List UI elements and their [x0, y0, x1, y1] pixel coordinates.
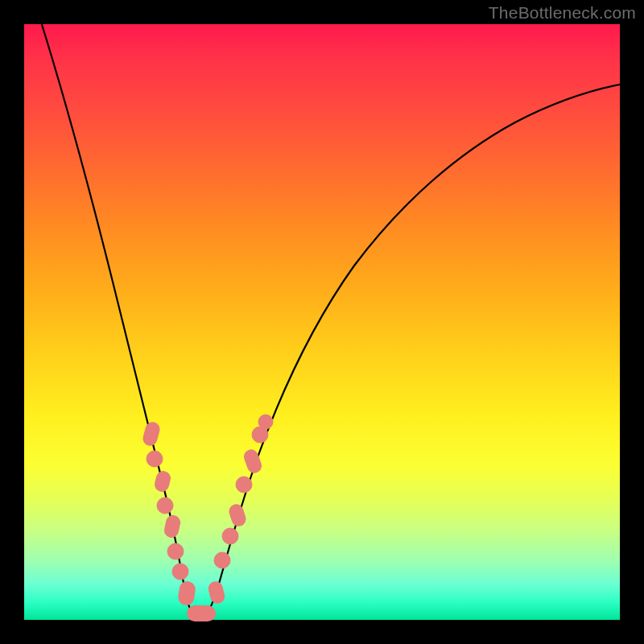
svg-point-16	[258, 415, 273, 429]
watermark-text: TheBottleneck.com	[489, 3, 636, 23]
svg-point-5	[167, 543, 184, 559]
svg-rect-0	[141, 420, 161, 448]
svg-point-6	[172, 564, 188, 580]
svg-point-1	[147, 451, 163, 467]
svg-rect-12	[227, 502, 248, 528]
svg-point-13	[236, 477, 252, 493]
svg-point-3	[157, 497, 173, 514]
svg-rect-7	[177, 580, 196, 606]
svg-point-11	[222, 528, 238, 544]
chart-frame: TheBottleneck.com	[0, 0, 644, 644]
curve-markers	[141, 415, 273, 621]
plot-area	[24, 24, 620, 620]
svg-point-10	[214, 552, 230, 568]
svg-rect-2	[153, 469, 172, 493]
svg-rect-8	[187, 605, 216, 621]
svg-rect-9	[207, 580, 226, 605]
bottleneck-curve	[40, 19, 620, 618]
chart-svg	[24, 24, 620, 620]
svg-rect-4	[163, 514, 181, 539]
